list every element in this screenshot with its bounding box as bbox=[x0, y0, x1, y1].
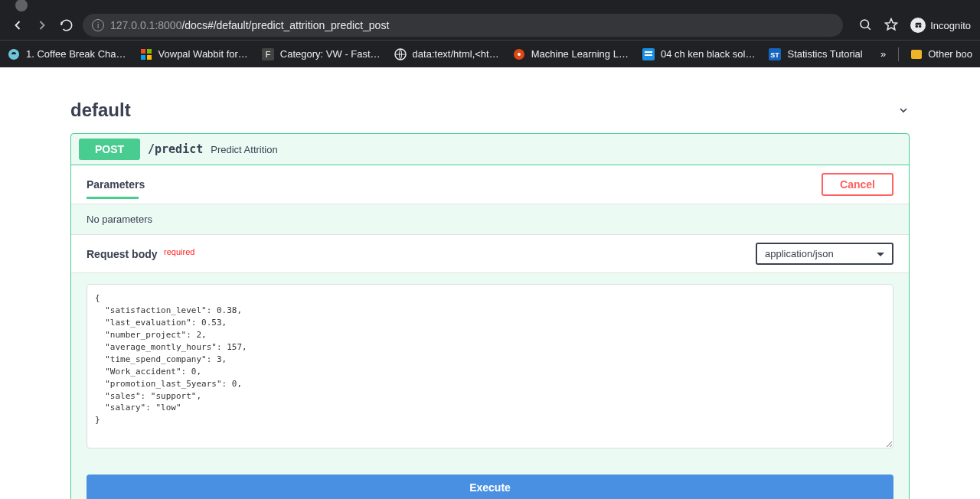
toolbar: i 127.0.0.1:8000/docs#/default/predict_a… bbox=[0, 11, 980, 40]
bookmark-item[interactable]: Vowpal Wabbit for… bbox=[140, 48, 248, 60]
bookmark-favicon bbox=[394, 48, 407, 60]
request-body-label: Request body bbox=[87, 248, 158, 260]
other-bookmarks[interactable]: Other boo bbox=[911, 48, 972, 60]
bookmark-item[interactable]: 04 ch ken black sol… bbox=[642, 48, 756, 60]
browser-tab[interactable] bbox=[6, 0, 37, 11]
search-icon[interactable] bbox=[858, 18, 874, 33]
request-body-header: Request body required application/json bbox=[71, 235, 909, 273]
back-button[interactable] bbox=[9, 17, 26, 34]
svg-text:F: F bbox=[265, 50, 270, 59]
incognito-label: Incognito bbox=[930, 20, 971, 31]
operation-summary[interactable]: POST /predict Predict Attrition bbox=[71, 134, 909, 165]
bookmark-star-icon[interactable] bbox=[884, 18, 900, 33]
bookmark-favicon: ST bbox=[769, 48, 781, 60]
operation-summary-text: Predict Attrition bbox=[211, 144, 277, 155]
execute-button[interactable]: Execute bbox=[87, 475, 893, 499]
svg-point-4 bbox=[919, 24, 921, 27]
url-text: 127.0.0.1:8000/docs#/default/predict_att… bbox=[110, 19, 389, 31]
content-type-value: application/json bbox=[765, 248, 834, 259]
browser-chrome: i 127.0.0.1:8000/docs#/default/predict_a… bbox=[0, 0, 980, 67]
tab-favicon bbox=[15, 0, 28, 11]
bookmark-item[interactable]: 1. Coffee Break Cha… bbox=[8, 48, 126, 60]
bookmark-favicon: F bbox=[262, 48, 274, 60]
address-bar[interactable]: i 127.0.0.1:8000/docs#/default/predict_a… bbox=[83, 14, 843, 37]
bookmark-item[interactable]: F Category: VW - Fast… bbox=[262, 48, 381, 60]
forward-button[interactable] bbox=[34, 17, 51, 34]
operation-path: /predict bbox=[148, 142, 203, 156]
svg-rect-16 bbox=[645, 54, 652, 56]
bookmark-item[interactable]: data:text/html,<ht… bbox=[394, 48, 499, 60]
folder-icon bbox=[911, 50, 922, 59]
bookmarks-overflow-icon[interactable]: » bbox=[880, 48, 886, 60]
incognito-icon bbox=[910, 18, 926, 33]
svg-line-1 bbox=[868, 27, 871, 29]
tag-title: default bbox=[70, 99, 131, 121]
bookmark-favicon bbox=[513, 48, 525, 60]
bookmark-favicon bbox=[642, 48, 655, 60]
toolbar-right: Incognito bbox=[858, 18, 971, 33]
bookmark-favicon bbox=[140, 48, 152, 60]
content-type-select[interactable]: application/json bbox=[756, 243, 893, 265]
required-label: required bbox=[164, 247, 194, 256]
request-body-area bbox=[71, 273, 909, 467]
bookmark-item[interactable]: ST Statistics Tutorial bbox=[769, 48, 862, 60]
bookmarks-bar: 1. Coffee Break Cha… Vowpal Wabbit for… … bbox=[0, 40, 980, 67]
site-info-icon[interactable]: i bbox=[92, 19, 104, 31]
chevron-down-icon[interactable] bbox=[897, 104, 910, 116]
parameters-title: Parameters bbox=[87, 178, 145, 191]
svg-marker-2 bbox=[886, 19, 897, 30]
separator bbox=[898, 47, 899, 61]
page-content: default POST /predict Predict Attrition … bbox=[0, 99, 980, 499]
operation-block: POST /predict Predict Attrition Paramete… bbox=[70, 133, 910, 499]
svg-rect-6 bbox=[147, 49, 152, 54]
no-parameters-text: No parameters bbox=[71, 204, 909, 235]
svg-rect-5 bbox=[141, 49, 145, 54]
tab-strip bbox=[0, 0, 980, 11]
svg-rect-15 bbox=[645, 51, 652, 53]
svg-rect-7 bbox=[141, 55, 145, 60]
svg-point-3 bbox=[915, 24, 917, 27]
svg-point-13 bbox=[518, 53, 521, 56]
reload-button[interactable] bbox=[58, 17, 75, 34]
svg-text:ST: ST bbox=[771, 51, 780, 59]
svg-point-0 bbox=[861, 20, 869, 28]
parameters-header: Parameters Cancel bbox=[71, 165, 909, 204]
tag-header[interactable]: default bbox=[70, 99, 910, 121]
bookmark-favicon bbox=[8, 48, 20, 60]
svg-rect-8 bbox=[147, 55, 152, 60]
method-badge: POST bbox=[79, 139, 140, 160]
cancel-button[interactable]: Cancel bbox=[822, 173, 893, 196]
bookmark-item[interactable]: Machine Learning L… bbox=[513, 48, 629, 60]
incognito-indicator[interactable]: Incognito bbox=[910, 18, 971, 33]
request-body-textarea[interactable] bbox=[87, 284, 893, 448]
